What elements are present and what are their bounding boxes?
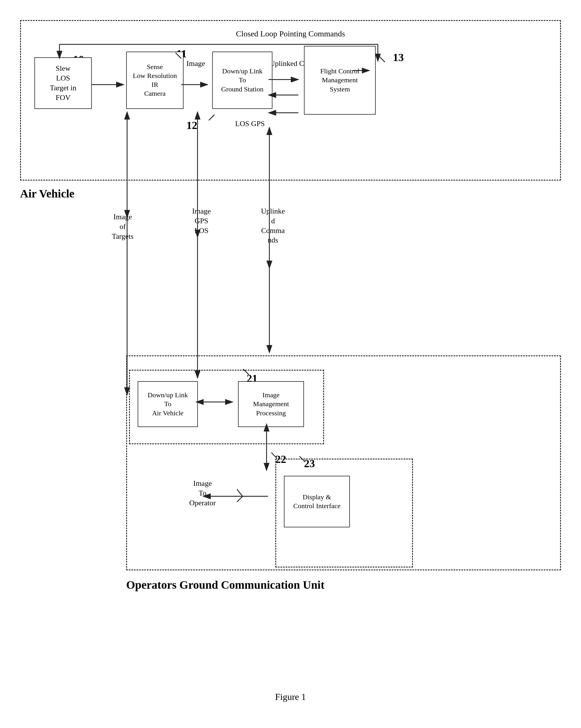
box-slew: Slew LOS Target in FOV [34,57,92,109]
image-mgmt-label: ImageManagementProcessing [253,391,289,418]
air-vehicle-label: Air Vehicle [20,186,74,201]
closed-loop-label: Closed Loop Pointing Commands [17,29,564,39]
diagram-container: Air Vehicle Closed Loop Pointing Command… [17,11,564,711]
box-downup-ground: Down/up LinkToGround Station [212,52,273,109]
sense-label: SenseLow ResolutionIRCamera [133,62,177,98]
box-downup-air: Down/up LinkToAir Vehicle [138,381,198,427]
air-vehicle-boundary [20,20,561,181]
downup2-label: Down/up LinkToAir Vehicle [148,391,188,418]
slew-label: Slew LOS Target in FOV [50,63,76,102]
box-sense: SenseLow ResolutionIRCamera [126,52,183,109]
los-gps-label: LOS GPS [235,119,265,129]
display-label: Display &Control Interface [293,493,341,511]
image-label-1: Image [186,59,205,69]
box-flight-control: Flight ControlManagementSystem [304,46,376,115]
downup-label: Down/up LinkToGround Station [221,67,263,94]
box-display-control: Display &Control Interface [284,476,350,527]
ground-unit-label: Operators Ground Communication Unit [126,577,325,593]
number-13: 13 [393,51,404,63]
number-12: 12 [186,119,197,132]
flight-label: Flight ControlManagementSystem [320,67,360,94]
box-image-mgmt: ImageManagementProcessing [238,381,304,427]
figure-caption: Figure 1 [17,692,564,702]
image-gps-los-label: ImageGPSLOS [192,206,211,235]
uplinked-commands-label2: UplinkedCommands [261,206,285,245]
image-of-targets-label: ImageofTargets [112,212,134,241]
